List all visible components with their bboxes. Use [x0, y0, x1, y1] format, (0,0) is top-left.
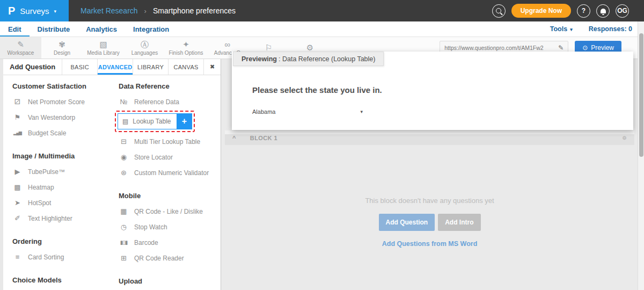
nav-tab-distribute[interactable]: Distribute [30, 21, 78, 37]
item-label: Multi Tier Lookup Table [134, 138, 200, 146]
panel-tabs: Add Question BASIC ADVANCED LIBRARY CANV… [3, 59, 221, 75]
scrollbar-thumb[interactable] [639, 33, 643, 157]
gear-icon: ⚙ [306, 44, 313, 52]
toolbar-languages-button[interactable]: Ⓐ Languages [124, 37, 165, 59]
question-type-column-1: Customer Satisfaction ⚂ Net Promoter Sco… [12, 81, 119, 290]
nav-tab-edit[interactable]: Edit [0, 21, 30, 37]
top-header-bar: P Surveys ▾ Market Research › Smartphone… [0, 0, 644, 21]
asterisk-box-icon: ⊛ [119, 169, 129, 177]
toolbar-button-label: Media Library [87, 50, 120, 56]
sidebar-item-net-promoter-score[interactable]: ⚂ Net Promoter Score [12, 94, 119, 110]
panel-title: Add Question [3, 59, 62, 75]
help-button[interactable]: ? [577, 4, 590, 18]
item-label: Barcode [134, 239, 158, 247]
product-switcher[interactable]: P Surveys ▾ [0, 0, 69, 21]
item-label: Heatmap [28, 184, 54, 191]
toolbar-button-label: Languages [131, 50, 158, 56]
sidebar-item-card-sorting[interactable]: ≡ Card Sorting [12, 249, 119, 265]
block-settings-icon[interactable]: ⚙ [623, 135, 627, 141]
item-label: QR Code - Like / Dislike [134, 208, 203, 215]
section-title: Mobile [119, 192, 218, 200]
previewing-label: Previewing [241, 55, 277, 63]
toolbar-button-label: Finish Options [169, 50, 203, 56]
sidebar-item-hotspot[interactable]: ➤ HotSpot [12, 195, 119, 211]
close-panel-button[interactable]: ✖ [203, 59, 221, 75]
sidebar-item-lookup-table[interactable]: ▤ Lookup Table [118, 113, 177, 129]
search-button[interactable] [492, 4, 506, 18]
sidebar-item-qr-code-reader[interactable]: ⊞ QR Code Reader [119, 250, 218, 266]
empty-block-actions: Add Question Add Intro [222, 214, 638, 231]
tab-library[interactable]: LIBRARY [133, 59, 168, 75]
add-intro-button[interactable]: Add Intro [438, 214, 480, 231]
palette-icon: ✾ [58, 40, 65, 49]
add-lookup-table-button[interactable]: + [177, 113, 192, 129]
stopwatch-icon: ◷ [119, 223, 129, 231]
section-title: Image / Multimedia [12, 152, 119, 160]
add-question-panel: Add Question BASIC ADVANCED LIBRARY CANV… [3, 59, 221, 290]
link-chain-icon: ∞ [224, 40, 230, 49]
sidebar-item-conjoint[interactable]: ▤▤ Conjoint [12, 288, 119, 290]
cursor-icon: ➤ [12, 199, 23, 207]
breadcrumb: Market Research › Smartphone preferences [80, 6, 236, 15]
add-question-button[interactable]: Add Question [379, 214, 435, 231]
toolbar-design-button[interactable]: ✾ Design [41, 37, 83, 59]
edit-url-icon[interactable]: ✎ [558, 44, 564, 52]
sidebar-item-heatmap[interactable]: ▩ Heatmap [12, 179, 119, 195]
responses-count[interactable]: Responses: 0 [589, 25, 632, 33]
toolbar-button-label: Workspace [8, 50, 34, 56]
sidebar-item-stop-watch[interactable]: ◷ Stop Watch [119, 219, 218, 235]
stacked-drawers-icon: ⊟ [119, 137, 129, 146]
item-label: Store Locator [134, 154, 173, 161]
breadcrumb-folder[interactable]: Market Research [80, 6, 138, 15]
tab-basic[interactable]: BASIC [62, 59, 97, 75]
toolbar-workspace-button[interactable]: ✎ Workspace [0, 37, 41, 59]
tab-canvas[interactable]: CANVAS [168, 59, 203, 75]
image-icon: ▧ [99, 40, 107, 49]
sidebar-item-van-westendorp[interactable]: ⚑ Van Westendorp [12, 110, 119, 125]
block-title: BLOCK 1 [250, 135, 277, 141]
sidebar-item-reference-data[interactable]: № Reference Data [119, 94, 218, 110]
preview-state-dropdown[interactable]: Alabama ▾ [252, 108, 363, 115]
chevron-down-icon: ▾ [360, 109, 363, 114]
question-type-column-2: Data Reference № Reference Data ▤ Lookup… [119, 81, 218, 290]
block-header-inner: ^ BLOCK 1 ⚙ [225, 134, 634, 144]
sidebar-item-barcode[interactable]: ▮▯▮ Barcode [119, 235, 218, 250]
header-actions: Upgrade Now ? OG [492, 4, 644, 18]
lookup-table-highlight: ▤ Lookup Table + [115, 111, 195, 132]
chevron-down-icon: ▾ [54, 9, 57, 14]
sidebar-item-qr-code-like-dislike[interactable]: ▦ QR Code - Like / Dislike [119, 204, 218, 219]
sidebar-item-custom-numeric-validator[interactable]: ⊛ Custom Numeric Validator [119, 165, 218, 180]
sidebar-item-multi-tier-lookup-table[interactable]: ⊟ Multi Tier Lookup Table [119, 134, 218, 149]
item-label: Stop Watch [134, 223, 167, 231]
survey-url-input[interactable] [444, 45, 555, 51]
magic-wand-icon: ✦ [182, 40, 189, 49]
tools-menu[interactable]: Tools▾ [550, 25, 573, 33]
item-label: Budget Scale [28, 129, 66, 137]
nav-tab-analytics[interactable]: Analytics [78, 21, 125, 37]
sidebar-item-budget-scale[interactable]: ▂▄▆ Budget Scale [12, 125, 119, 141]
sidebar-item-text-highlighter[interactable]: ✐ Text Highlighter [12, 211, 119, 226]
tab-advanced[interactable]: ADVANCED [97, 59, 133, 75]
add-questions-ms-word-link[interactable]: Add Questions from MS Word [382, 240, 478, 248]
upgrade-now-button[interactable]: Upgrade Now [511, 4, 571, 18]
block-header-bar[interactable]: ^ BLOCK 1 ⚙ [225, 134, 634, 145]
avatar[interactable]: OG [616, 4, 629, 18]
notifications-button[interactable] [596, 4, 610, 18]
video-icon: ▶ [12, 168, 23, 176]
toolbar-finish-options-button[interactable]: ✦ Finish Options [165, 37, 207, 59]
preview-button-label: Preview [591, 44, 614, 52]
map-pin-icon: ◉ [119, 153, 129, 161]
barcode-icon: ▮▯▮ [119, 240, 129, 245]
item-label: Van Westendorp [28, 114, 75, 121]
question-type-columns: Customer Satisfaction ⚂ Net Promoter Sco… [3, 75, 221, 290]
close-icon: ✖ [210, 63, 215, 70]
item-label: Custom Numeric Validator [134, 169, 209, 177]
nav-tab-integration[interactable]: Integration [125, 21, 177, 37]
collapse-chevron-icon[interactable]: ^ [232, 135, 236, 141]
toolbar-media-library-button[interactable]: ▧ Media Library [83, 37, 124, 59]
sidebar-item-store-locator[interactable]: ◉ Store Locator [119, 149, 218, 165]
tag-icon: ⚐ [265, 44, 272, 52]
price-tag-icon: ⚑ [12, 113, 23, 121]
item-label: HotSpot [28, 199, 51, 207]
sidebar-item-tubepulse[interactable]: ▶ TubePulse™ [12, 164, 119, 179]
